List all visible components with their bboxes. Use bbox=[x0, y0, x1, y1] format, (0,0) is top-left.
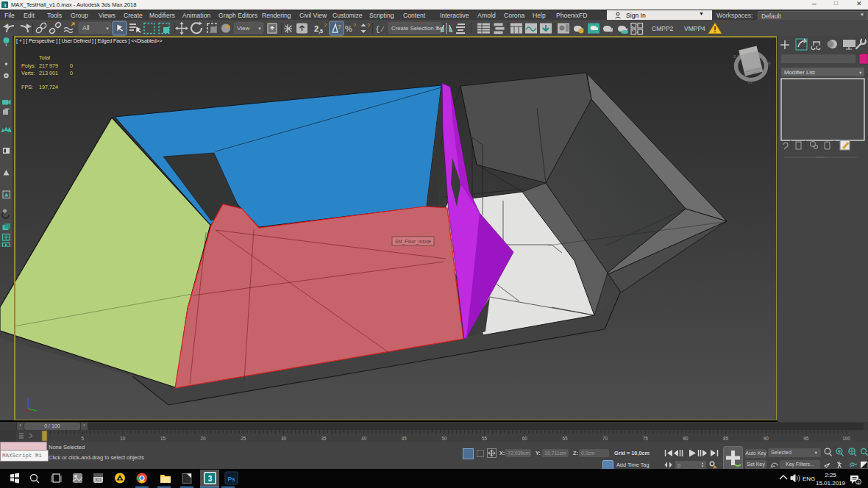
svg-text:10: 10 bbox=[120, 436, 126, 441]
svg-text:70: 70 bbox=[602, 436, 608, 441]
svg-text:321: 321 bbox=[95, 478, 102, 482]
svg-text:45: 45 bbox=[402, 436, 408, 441]
svg-text:?: ? bbox=[324, 23, 327, 28]
svg-text:▼: ▼ bbox=[435, 26, 440, 30]
svg-text:85: 85 bbox=[723, 436, 729, 441]
svg-text:50: 50 bbox=[441, 436, 447, 441]
svg-text:100: 100 bbox=[842, 436, 850, 441]
svg-text:?: ? bbox=[353, 23, 356, 28]
svg-text:15: 15 bbox=[160, 436, 166, 441]
svg-text:Create Selection Se: Create Selection Se bbox=[391, 25, 442, 32]
svg-text:?: ? bbox=[338, 24, 341, 30]
svg-text:25: 25 bbox=[241, 436, 246, 441]
svg-text:m: m bbox=[748, 79, 752, 85]
svg-text:20: 20 bbox=[201, 436, 207, 441]
svg-text:VMPP4: VMPP4 bbox=[684, 25, 705, 32]
svg-text:15.01.2019: 15.01.2019 bbox=[816, 480, 846, 487]
svg-text:s: s bbox=[733, 54, 736, 59]
svg-text:90: 90 bbox=[764, 436, 769, 441]
svg-text:{⁄: {⁄ bbox=[375, 25, 385, 34]
svg-text:SM_Floor_Inside: SM_Floor_Inside bbox=[395, 239, 432, 245]
svg-text:60: 60 bbox=[522, 436, 528, 441]
svg-text:▼: ▼ bbox=[257, 26, 262, 31]
svg-text:View: View bbox=[237, 25, 249, 32]
svg-text:3: 3 bbox=[3, 2, 7, 9]
svg-text:?: ? bbox=[367, 23, 370, 28]
svg-text:2:25: 2:25 bbox=[825, 472, 836, 478]
svg-text:▼: ▼ bbox=[105, 26, 110, 31]
svg-text:35: 35 bbox=[321, 436, 327, 441]
svg-text:?: ? bbox=[610, 29, 613, 34]
svg-text:0: 0 bbox=[677, 462, 680, 469]
svg-text:80: 80 bbox=[683, 436, 689, 441]
svg-text:65: 65 bbox=[562, 436, 568, 441]
svg-text:Ps: Ps bbox=[228, 476, 235, 483]
svg-text:5: 5 bbox=[81, 436, 84, 441]
svg-text:▼: ▼ bbox=[858, 71, 862, 75]
svg-text:CMPP2: CMPP2 bbox=[652, 25, 674, 32]
svg-text:3: 3 bbox=[208, 475, 213, 483]
svg-text:30: 30 bbox=[281, 436, 287, 441]
svg-text:!: ! bbox=[714, 26, 716, 34]
svg-text:40: 40 bbox=[361, 436, 367, 441]
svg-text:ENG: ENG bbox=[803, 476, 815, 482]
svg-text:75: 75 bbox=[643, 436, 649, 441]
svg-text:2: 2 bbox=[857, 480, 859, 484]
svg-text:55: 55 bbox=[482, 436, 488, 441]
svg-text:All: All bbox=[82, 24, 90, 32]
svg-text:2,5: 2,5 bbox=[314, 24, 323, 35]
svg-text:E: E bbox=[768, 61, 772, 66]
svg-text:%: % bbox=[345, 24, 352, 33]
svg-text:95: 95 bbox=[803, 436, 809, 441]
svg-text:Modifier List: Modifier List bbox=[784, 69, 816, 76]
